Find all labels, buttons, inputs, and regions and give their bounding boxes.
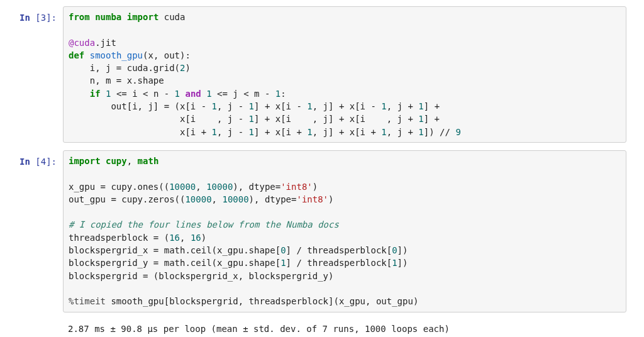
- timeit-output: 2.87 ms ± 90.8 µs per loop (mean ± std. …: [68, 323, 626, 335]
- code-cell-3: In [3]: from numba import cuda @cuda.jit…: [6, 6, 626, 143]
- prompt-label: In: [19, 157, 35, 167]
- input-prompt-3: In [3]:: [6, 6, 63, 24]
- prompt-label: In: [19, 13, 35, 23]
- output-content-4: 2.87 ms ± 90.8 µs per loop (mean ± std. …: [63, 320, 626, 335]
- output-cell-4: 2.87 ms ± 90.8 µs per loop (mean ± std. …: [6, 320, 626, 335]
- prompt-number: 3: [41, 13, 46, 23]
- output-prompt: [6, 320, 63, 325]
- code-input-3[interactable]: from numba import cuda @cuda.jit def smo…: [63, 6, 626, 143]
- code-cell-4: In [4]: import cupy, math x_gpu = cupy.o…: [6, 150, 626, 312]
- code-input-4[interactable]: import cupy, math x_gpu = cupy.ones((100…: [63, 150, 626, 312]
- code-content-4: import cupy, math x_gpu = cupy.ones((100…: [69, 155, 621, 308]
- input-prompt-4: In [4]:: [6, 150, 63, 168]
- notebook: In [3]: from numba import cuda @cuda.jit…: [0, 0, 644, 337]
- prompt-number: 4: [41, 157, 46, 167]
- code-content-3: from numba import cuda @cuda.jit def smo…: [69, 11, 621, 138]
